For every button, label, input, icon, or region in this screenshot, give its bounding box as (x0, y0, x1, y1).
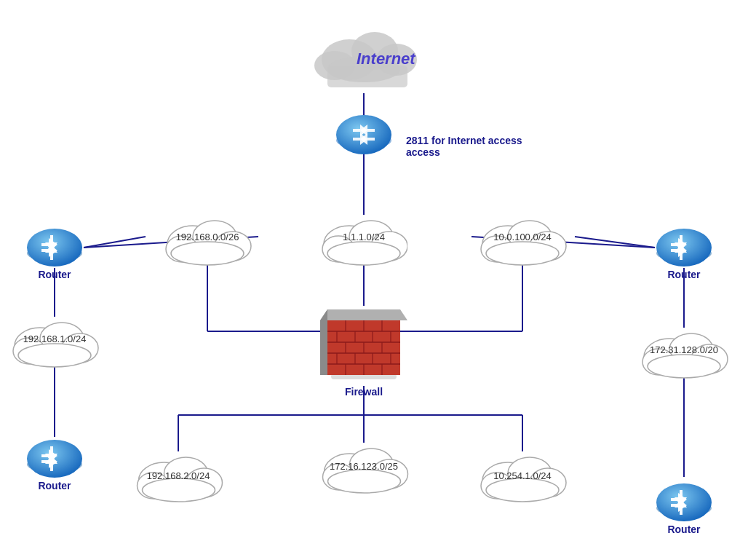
router-left-bottom-label: Router (38, 480, 71, 491)
cloud-c6: 192.168.2.0/24 (138, 457, 223, 502)
cloud-c4-label: 192.168.1.0/24 (23, 333, 87, 344)
router-right-top: Router (656, 229, 712, 280)
firewall: Firewall (320, 309, 407, 398)
cloud-c5-label: 172.31.128.0/20 (650, 344, 718, 355)
router-right-top-label: Router (667, 269, 701, 280)
firewall-label: Firewall (345, 386, 383, 398)
cloud-c2-label: 1.1.1.0/24 (343, 232, 385, 242)
cloud-c8-label: 10.254.1.0/24 (493, 470, 552, 481)
svg-point-27 (336, 115, 391, 154)
internet-cloud: Internet (314, 32, 417, 87)
cloud-c7: 172.16.123.0/25 (323, 449, 408, 493)
cloud-c1: 192.168.0.0/26 (166, 221, 251, 265)
router-top (336, 115, 391, 154)
svg-rect-25 (327, 66, 407, 87)
cloud-c1-label: 192.168.0.0/26 (176, 232, 239, 242)
cloud-c4: 192.168.1.0/24 (13, 323, 98, 367)
router-right-bottom: Router (656, 483, 712, 535)
svg-line-5 (575, 237, 655, 248)
cloud-c3: 10.0.100.0/24 (481, 221, 566, 265)
router-top-label2: access (406, 146, 440, 158)
router-left: Router (27, 229, 82, 280)
cloud-c8: 10.254.1.0/24 (481, 457, 566, 502)
cloud-c5: 172.31.128.0/20 (642, 333, 728, 378)
svg-marker-45 (320, 309, 327, 375)
router-left-label: Router (38, 269, 71, 280)
svg-marker-44 (320, 309, 407, 320)
cloud-c7-label: 172.16.123.0/25 (330, 461, 398, 472)
internet-label: Internet (357, 50, 416, 68)
cloud-c6-label: 192.168.2.0/24 (147, 470, 210, 481)
router-top-label: 2811 for Internet access (406, 135, 522, 146)
router-right-bottom-label: Router (667, 524, 701, 535)
cloud-c2: 1.1.1.0/24 (322, 221, 407, 265)
router-left-bottom: Router (27, 440, 82, 491)
cloud-c3-label: 10.0.100.0/24 (493, 232, 552, 242)
